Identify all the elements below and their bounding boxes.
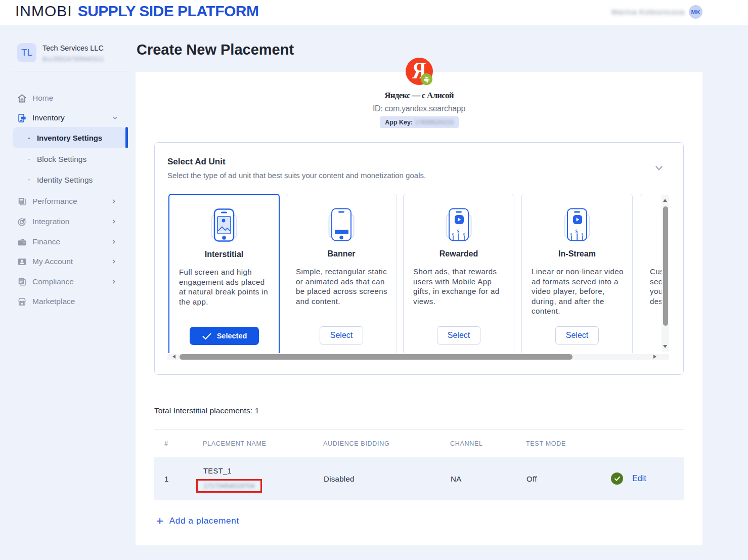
svg-text:$: $ (575, 229, 578, 234)
svg-text:$: $ (457, 229, 459, 234)
